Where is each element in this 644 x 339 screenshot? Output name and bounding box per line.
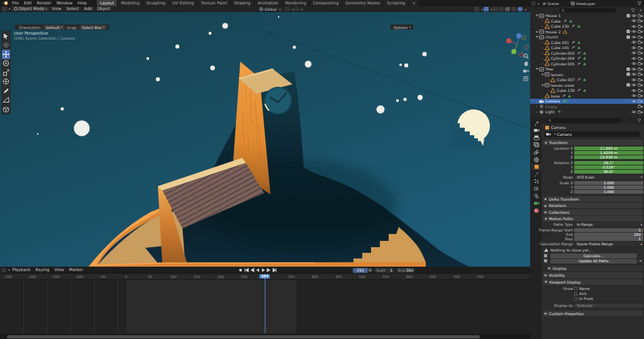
prop-field-paths-type[interactable]: In Range▾ xyxy=(574,223,643,226)
checkbox-name[interactable] xyxy=(574,287,577,290)
calculate-button[interactable]: Calculate... xyxy=(550,253,637,258)
prop-field-y[interactable]: 1.000 xyxy=(574,186,643,189)
tool-rotate[interactable] xyxy=(2,59,10,69)
transport-jump-start-button[interactable] xyxy=(243,267,249,273)
workspace-tab-texture-paint[interactable]: Texture Paint xyxy=(197,0,231,6)
tool-measure[interactable] xyxy=(2,96,10,105)
workspace-tab-compositing[interactable]: Compositing xyxy=(310,0,343,6)
prop-field-rotation-x[interactable]: 56.1° xyxy=(574,161,643,165)
properties-tab-data[interactable] xyxy=(531,200,541,207)
viewport-menu-add[interactable]: Add xyxy=(82,6,95,11)
workspace-tab-animation[interactable]: Animation xyxy=(254,0,282,6)
outliner-row-cube-141[interactable]: •Cube.141 xyxy=(530,45,644,51)
prop-field-scale-x[interactable]: 1.000 xyxy=(574,181,643,185)
tool-annotate[interactable] xyxy=(2,86,10,96)
tool-move[interactable] xyxy=(2,50,10,59)
checkbox-in-front[interactable] xyxy=(574,297,577,301)
properties-tab-scene[interactable] xyxy=(531,148,541,155)
menu-render[interactable]: Render xyxy=(34,1,53,6)
prop-field-y[interactable]: 0.526° xyxy=(574,165,643,169)
panel-header-relations[interactable]: ▶Relations xyxy=(543,203,643,208)
scene-select[interactable]: Scene xyxy=(548,1,559,6)
shading-rendered-icon[interactable] xyxy=(518,7,523,11)
gizmo-y-axis[interactable] xyxy=(511,49,516,54)
properties-tab-view-layer[interactable] xyxy=(531,142,541,148)
outliner-row-cube-139[interactable]: •Cube.139 xyxy=(530,88,644,94)
prop-field-z[interactable]: 23.839 m xyxy=(574,155,643,159)
filter-icon[interactable] xyxy=(637,1,641,6)
transport-play-rev-button[interactable] xyxy=(255,267,260,273)
auto-keying-icon[interactable] xyxy=(368,268,372,272)
timeline-scrollbar[interactable] xyxy=(0,334,530,339)
timeline-menu-marker[interactable]: Marker xyxy=(67,267,86,272)
gizmos-toggle-icon[interactable] xyxy=(474,7,479,11)
viewport-menu-view[interactable]: View xyxy=(49,6,64,11)
prop-field-location-x[interactable]: 11.684 m xyxy=(574,147,643,150)
current-frame-field[interactable]: 295 xyxy=(353,268,368,273)
outliner-row-leaves-snow[interactable]: ▼leaves snow xyxy=(530,82,644,88)
menu-file[interactable]: File xyxy=(9,1,21,6)
viewport-menu-object[interactable]: Object xyxy=(94,6,113,11)
panel-header-display[interactable]: ▶Display xyxy=(547,265,643,271)
outliner-row-cylinder-005[interactable]: •Cylinder.005 xyxy=(530,61,644,67)
proportional-edit-icon[interactable] xyxy=(294,7,299,11)
camera-view-icon[interactable] xyxy=(522,67,530,75)
menu-window[interactable]: Window xyxy=(54,1,75,6)
outliner-search-input[interactable] xyxy=(560,8,616,13)
prop-field-step[interactable]: 1 xyxy=(574,236,643,240)
current-frame-indicator[interactable]: 295 xyxy=(259,274,270,279)
tool-scale[interactable] xyxy=(2,68,10,77)
shading-solid-icon[interactable] xyxy=(505,7,510,11)
options-dropdown[interactable]: Options▾ xyxy=(391,25,413,30)
outliner-row-cube-007[interactable]: •Cube.007 xyxy=(530,77,644,83)
viewlayer-select[interactable]: ViewLayer xyxy=(576,1,596,6)
outliner-editor-icon[interactable] xyxy=(531,1,536,6)
frame-start-field[interactable]: Start1 xyxy=(374,268,394,273)
viewport-menu-select[interactable]: Select xyxy=(64,6,82,11)
orientation-default-select[interactable]: Default▾ xyxy=(43,25,65,30)
panel-header-delta-transform[interactable]: ▶Delta Transform xyxy=(543,196,643,202)
outliner-row-house-1[interactable]: ▼House 1 xyxy=(530,13,644,19)
overlays-toggle-icon[interactable] xyxy=(484,7,489,11)
3d-viewport[interactable]: Orientation: Default▾ Drag: Select Box▾ … xyxy=(0,12,530,267)
workspace-tab-geometry-nodes[interactable]: Geometry Nodes xyxy=(343,0,384,6)
transport-next-key-button[interactable] xyxy=(266,267,272,273)
checkbox-axis[interactable] xyxy=(574,292,577,296)
snap-icon[interactable] xyxy=(285,7,290,11)
properties-tab-render[interactable] xyxy=(531,127,541,134)
ortho-toggle-icon[interactable] xyxy=(522,75,530,82)
outliner-row-house-2[interactable]: ▶House 2 xyxy=(530,29,644,35)
gizmo-neg-x-axis[interactable] xyxy=(525,45,529,50)
transport-play-button[interactable] xyxy=(260,267,266,273)
transport-record-button[interactable] xyxy=(238,267,243,273)
update-all-paths-button[interactable]: Update All Paths xyxy=(550,259,637,264)
prop-field-mode[interactable]: XYZ Euler▾ xyxy=(574,175,643,179)
tool-select-box[interactable] xyxy=(2,31,10,41)
outliner-row-church[interactable]: ▼church xyxy=(530,35,644,40)
workspace-tab-shading[interactable]: Shading xyxy=(231,0,254,6)
prop-field-calculation-range[interactable]: Scene Frame Range▾ xyxy=(574,242,643,246)
outliner-row-cylinder-003[interactable]: •Cylinder.003 xyxy=(530,50,644,56)
outliner-row-leaves[interactable]: ▼leaves xyxy=(530,72,644,77)
editor-type-icon[interactable] xyxy=(2,7,7,11)
shading-material-icon[interactable] xyxy=(511,7,516,11)
menu-help[interactable]: Help xyxy=(75,1,89,6)
timeline-editor-icon[interactable] xyxy=(1,268,6,272)
properties-search-input[interactable] xyxy=(547,118,621,123)
transport-jump-end-button[interactable] xyxy=(272,267,277,273)
panel-header-transform[interactable]: ▼Transform xyxy=(543,140,643,145)
properties-tab-modifiers[interactable] xyxy=(531,170,541,177)
outliner-row-cylinder-004[interactable]: •Cylinder.004 xyxy=(530,56,644,62)
workspace-tab-scripting[interactable]: Scripting xyxy=(384,0,409,6)
outliner-row-cube-130[interactable]: •Cube.130 xyxy=(530,24,644,30)
properties-tab-material[interactable] xyxy=(531,207,541,214)
outliner-row-camera[interactable]: •Camera xyxy=(530,99,644,104)
workspace-tab-rendering[interactable]: Rendering xyxy=(282,0,310,6)
menu-edit[interactable]: Edit xyxy=(21,1,35,6)
workspace-tab-sculpting[interactable]: Sculpting xyxy=(143,0,169,6)
prop-field-y[interactable]: 1.6209 m xyxy=(574,151,643,155)
outliner-row-cube-001[interactable]: •Cube.001 xyxy=(530,40,644,45)
zoom-icon[interactable] xyxy=(522,52,530,60)
panel-header-viewport-display[interactable]: ▼Viewport Display xyxy=(543,279,643,285)
properties-filter-icon[interactable] xyxy=(637,118,641,123)
